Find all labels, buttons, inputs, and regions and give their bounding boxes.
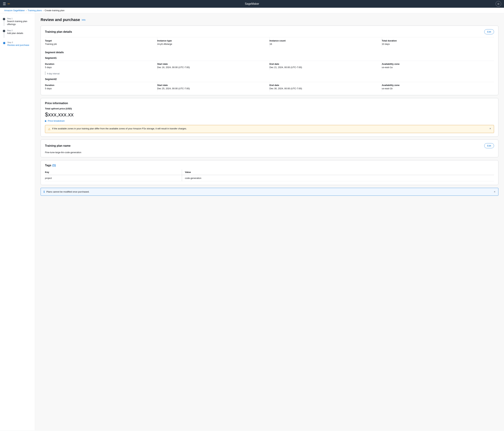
training-plan-name-edit-button[interactable]: Edit: [484, 143, 494, 148]
breadcrumb: Amazon SageMaker › Training plans › Crea…: [0, 8, 504, 13]
sidebar-item-step1: Step 1 Search training plan offerings: [3, 18, 32, 26]
seg2-duration-cell: Duration 5 days: [45, 82, 157, 91]
step1-number: Step 1: [7, 18, 32, 20]
account-icon-btn[interactable]: ⊙: [495, 1, 501, 7]
detail-value-instance-count: 16: [270, 43, 379, 45]
warning-text: If the available zones in your training …: [52, 127, 488, 130]
page-title: Review and purchase: [41, 18, 80, 22]
warning-icon: ⚠: [48, 127, 50, 131]
step1-label: Search training plan offerings: [7, 20, 32, 26]
segment2-grid: Duration 5 days Start date Dec 25, 2024,…: [45, 82, 494, 91]
step1-line: [4, 21, 4, 26]
seg2-az-cell: Availability zone us-east-1b: [382, 82, 494, 91]
top-nav-right: ⊙: [495, 1, 501, 7]
tags-card-header: Tags (1): [45, 164, 494, 167]
detail-cell-instance-type: Instance type ml.p5.48xlarge: [157, 37, 270, 47]
tags-col-key: Key: [45, 170, 182, 175]
breadcrumb-sep-1: ›: [26, 9, 27, 12]
training-plan-name-header: Training plan name Edit: [45, 143, 494, 148]
seg1-start-label: Start date: [157, 63, 267, 65]
table-row: project code-generation: [45, 175, 494, 181]
detail-label-instance-type: Instance type: [157, 39, 267, 42]
detail-cell-instance-count: Instance count 16: [270, 37, 382, 47]
seg2-start-cell: Start date Dec 25, 2024, 00:00 (UTC-7:00…: [157, 82, 270, 91]
main-layout: Step 1 Search training plan offerings St…: [0, 13, 504, 431]
seg1-duration-cell: Duration 5 days: [45, 61, 157, 70]
seg1-duration-value: 5 days: [45, 66, 154, 69]
seg2-az-label: Availability zone: [382, 84, 491, 86]
info-link[interactable]: Info: [82, 18, 86, 21]
svg-text:aws: aws: [8, 3, 10, 4]
training-plan-details-card: Training plan details Edit Target Traini…: [41, 26, 498, 95]
step1-indicator: [3, 18, 5, 26]
info-alert: ℹ Plans cannot be modified once purchase…: [41, 188, 498, 196]
step2-line: [4, 33, 4, 38]
detail-label-total-duration: Total duration: [382, 39, 491, 42]
tags-col-value: Value: [182, 170, 494, 175]
footer-actions: Cancel Previous Create: [0, 431, 504, 432]
triangle-icon: ▶: [45, 119, 47, 122]
seg2-duration-value: 5 days: [45, 87, 154, 90]
seg2-duration-label: Duration: [45, 84, 154, 86]
training-plan-details-title: Training plan details: [45, 30, 72, 33]
content-area: Review and purchase Info Training plan d…: [35, 13, 504, 431]
training-plan-details-grid: Target Training job Instance type ml.p5.…: [45, 37, 494, 47]
step1-dot: [3, 18, 5, 20]
seg1-end-value: Dec 21, 2024, 00:00 (UTC-7:00): [270, 66, 379, 69]
menu-button[interactable]: ☰: [3, 2, 6, 6]
detail-label-target: Target: [45, 39, 154, 42]
seg1-interval-note: 4-day interval: [45, 72, 494, 75]
aws-logo: aws: [7, 1, 13, 7]
seg1-start-value: Dec 16, 2024, 00:00 (UTC-7:00): [157, 66, 267, 69]
seg1-start-cell: Start date Dec 16, 2024, 00:00 (UTC-7:00…: [157, 61, 270, 70]
price-breakdown-toggle[interactable]: ▶ Price breakdown: [45, 119, 494, 122]
tag-value-cell: code-generation: [182, 175, 494, 181]
price-information-card: Price information Total upfront price (U…: [41, 98, 498, 137]
warning-close-button[interactable]: ×: [489, 127, 491, 130]
detail-cell-target: Target Training job: [45, 37, 157, 47]
sidebar-item-step3: Step 3 Review and purchase: [3, 41, 32, 47]
training-plan-name-card: Training plan name Edit Fine-tune-large-…: [41, 140, 498, 157]
segment1-grid: Duration 5 days Start date Dec 16, 2024,…: [45, 61, 494, 70]
training-plan-name-title: Training plan name: [45, 144, 71, 147]
seg1-end-label: End date: [270, 63, 379, 65]
segment1-title: Segment1: [45, 56, 494, 59]
seg1-az-cell: Availability zone us-east-1a: [382, 61, 494, 70]
training-plan-details-edit-button[interactable]: Edit: [484, 29, 494, 34]
breadcrumb-current: Create training plan: [45, 9, 64, 12]
seg1-az-label: Availability zone: [382, 63, 491, 65]
info-alert-close-button[interactable]: ×: [494, 190, 495, 193]
seg2-start-label: Start date: [157, 84, 267, 86]
tags-header-row: Key Value: [45, 170, 494, 175]
price-card-title: Price information: [45, 102, 494, 105]
segment2-title: Segment2: [45, 78, 494, 81]
tags-table: Key Value project code-generation: [45, 170, 494, 181]
seg1-az-value: us-east-1a: [382, 66, 491, 69]
seg1-duration-label: Duration: [45, 63, 154, 65]
segment2-block: Segment2 Duration 5 days Start date Dec …: [45, 78, 494, 91]
step3-label: Review and purchase: [7, 44, 32, 47]
breadcrumb-parent[interactable]: Training plans: [28, 9, 42, 12]
step2-indicator: [3, 30, 5, 38]
training-plan-details-header: Training plan details Edit: [45, 29, 494, 34]
segment1-block: Segment1 Duration 5 days Start date Dec …: [45, 56, 494, 75]
segment-section-title: Segment details: [45, 51, 494, 54]
sidebar: Step 1 Search training plan offerings St…: [0, 13, 35, 431]
step2-number: Step 2: [7, 29, 32, 32]
breadcrumb-root[interactable]: Amazon SageMaker: [4, 9, 25, 12]
detail-cell-total-duration: Total duration 10 days: [382, 37, 494, 47]
seg2-end-cell: End date Dec 30, 2024, 00:00 (UTC-7:00): [270, 82, 382, 91]
step2-text: Step 2 Add plan details: [7, 29, 32, 35]
detail-label-instance-count: Instance count: [270, 39, 379, 42]
price-total-label: Total upfront price (USD): [45, 107, 494, 110]
warning-box: ⚠ If the available zones in your trainin…: [45, 125, 494, 133]
seg2-az-value: us-east-1b: [382, 87, 491, 90]
step3-number: Step 3: [7, 41, 32, 43]
step2-label: Add plan details: [7, 32, 32, 35]
step3-text: Step 3 Review and purchase: [7, 41, 32, 47]
tag-key-cell: project: [45, 175, 182, 181]
page-header: Review and purchase Info: [41, 18, 498, 22]
top-nav: ☰ aws SageMaker ⊙: [0, 0, 504, 8]
info-icon: ℹ: [44, 190, 45, 193]
step1-text: Step 1 Search training plan offerings: [7, 18, 32, 26]
